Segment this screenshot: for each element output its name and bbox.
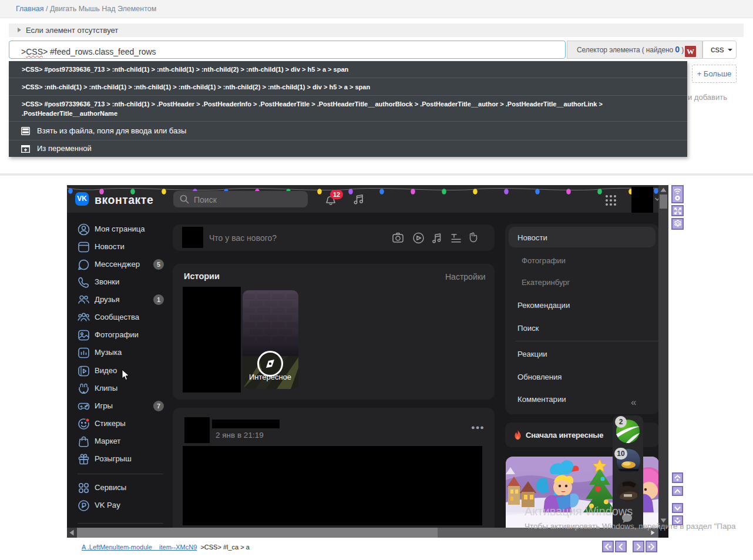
svg-text:Интересное: Интересное bbox=[249, 373, 291, 381]
